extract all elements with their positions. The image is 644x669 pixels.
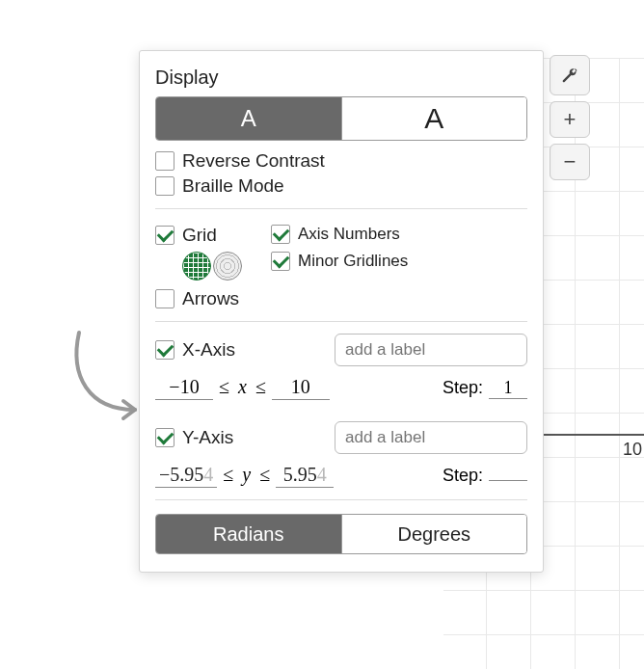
leq-icon: ≤ [259,464,270,486]
checkbox-icon [155,151,174,171]
axis-numbers-label: Axis Numbers [298,225,400,244]
checkbox-icon [271,252,290,271]
y-var: y [239,464,254,486]
divider [155,321,527,322]
zoom-in-button[interactable]: + [550,101,590,138]
leq-icon: ≤ [255,376,266,398]
step-label: Step: [443,466,483,486]
zoom-out-button[interactable]: − [550,144,590,180]
checkbox-icon [155,289,174,308]
minus-icon: − [564,149,577,174]
leq-icon: ≤ [219,376,229,398]
x-step-input[interactable]: 1 [489,378,527,399]
grid-label: Grid [182,225,217,246]
font-size-large[interactable]: A [341,97,527,140]
braille-mode-checkbox[interactable]: Braille Mode [155,175,527,197]
arrows-label: Arrows [182,288,239,309]
axis-tick-label: 10 [623,440,642,460]
grid-style-square[interactable] [182,252,211,281]
radians-option[interactable]: Radians [156,515,341,553]
degrees-option[interactable]: Degrees [341,515,527,553]
x-axis-checkbox[interactable]: X-Axis [155,339,235,361]
wrench-icon [560,66,579,85]
grid-style-polar[interactable] [213,252,242,281]
pointer-arrow-icon [60,328,147,434]
font-size-small[interactable]: A [156,97,341,140]
plus-icon: + [564,107,577,132]
divider [155,208,527,209]
x-var: x [235,376,250,398]
y-step-input[interactable] [489,480,527,481]
minor-gridlines-label: Minor Gridlines [298,252,408,271]
settings-panel: Display A A Reverse Contrast Braille Mod… [139,50,544,573]
checkbox-icon [155,176,174,196]
x-max-input[interactable]: 10 [272,376,330,400]
x-axis-range: −10 ≤ x ≤ 10 Step: 1 [155,376,527,400]
y-max-input[interactable]: 5.954 [276,464,334,488]
step-label: Step: [443,378,483,398]
y-axis-range: −5.954 ≤ y ≤ 5.954 Step: [155,464,527,488]
x-axis-label-input[interactable] [335,334,527,366]
settings-button[interactable] [550,55,590,95]
checkbox-icon [271,225,290,244]
axis-numbers-checkbox[interactable]: Axis Numbers [271,225,408,244]
x-min-input[interactable]: −10 [155,376,213,400]
reverse-contrast-label: Reverse Contrast [182,150,325,172]
reverse-contrast-checkbox[interactable]: Reverse Contrast [155,150,527,172]
y-axis-label-input[interactable] [335,421,527,454]
checkbox-icon [155,428,174,447]
arrows-checkbox[interactable]: Arrows [155,288,527,309]
y-axis-checkbox[interactable]: Y-Axis [155,427,233,448]
y-min-input[interactable]: −5.954 [155,464,217,488]
grid-checkbox[interactable]: Grid [155,225,242,246]
x-axis-label: X-Axis [182,339,235,361]
divider [155,499,527,500]
checkbox-icon [155,226,174,245]
angle-mode-toggle: Radians Degrees [155,514,527,554]
tool-column: + − [550,55,590,180]
minor-gridlines-checkbox[interactable]: Minor Gridlines [271,252,408,271]
braille-mode-label: Braille Mode [182,175,284,197]
checkbox-icon [155,340,174,360]
display-heading: Display [155,67,527,89]
y-axis-label: Y-Axis [182,427,233,448]
leq-icon: ≤ [223,464,233,486]
font-size-toggle: A A [155,96,527,141]
